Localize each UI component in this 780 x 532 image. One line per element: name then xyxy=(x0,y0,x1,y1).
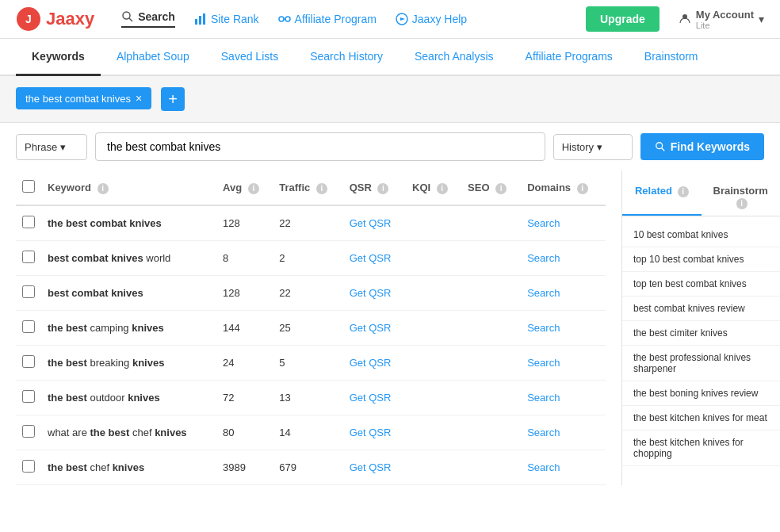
nav-affiliate[interactable]: Affiliate Program xyxy=(278,13,377,25)
table-row: the best breaking knives 24 5 Get QSR Se… xyxy=(16,346,606,381)
related-item-7[interactable]: the best kitchen knives for meat xyxy=(622,406,780,431)
tab-keywords[interactable]: Keywords xyxy=(16,39,101,76)
related-item-6[interactable]: the best boning knives review xyxy=(622,381,780,406)
domains-cell-1[interactable]: Search xyxy=(521,241,606,276)
seo-info-icon[interactable]: i xyxy=(495,183,507,194)
seo-cell-0 xyxy=(461,205,521,241)
traffic-info-icon[interactable]: i xyxy=(316,183,327,194)
keyword-info-icon[interactable]: i xyxy=(98,183,109,194)
domains-cell-6[interactable]: Search xyxy=(521,415,606,450)
table-row: the best camping knives 144 25 Get QSR S… xyxy=(16,311,606,346)
kqi-info-icon[interactable]: i xyxy=(437,183,448,194)
qsr-cell-7[interactable]: Get QSR xyxy=(343,450,406,485)
svg-point-2 xyxy=(123,12,130,19)
related-item-3[interactable]: best combat knives review xyxy=(622,297,780,321)
qsr-cell-4[interactable]: Get QSR xyxy=(343,346,406,381)
domains-info-icon[interactable]: i xyxy=(577,183,588,194)
related-item-0[interactable]: 10 best combat knives xyxy=(622,223,780,247)
upgrade-button[interactable]: Upgrade xyxy=(586,6,660,32)
keyword-cell-7: the best chef knives xyxy=(41,450,216,485)
domains-cell-3[interactable]: Search xyxy=(521,311,606,346)
row-checkbox-5[interactable] xyxy=(22,390,35,403)
svg-point-13 xyxy=(656,143,662,149)
qsr-cell-1[interactable]: Get QSR xyxy=(343,241,406,276)
traffic-cell-1: 2 xyxy=(273,241,342,276)
avg-cell-2: 128 xyxy=(216,276,273,311)
qsr-info-icon[interactable]: i xyxy=(377,183,388,194)
table-row: best combat knives 128 22 Get QSR Search xyxy=(16,276,606,311)
add-tag-button[interactable]: + xyxy=(161,87,185,111)
row-checkbox-3[interactable] xyxy=(22,320,35,333)
table-row: best combat knives world 8 2 Get QSR Sea… xyxy=(16,241,606,276)
tab-brainstorm[interactable]: Brainstorm xyxy=(629,39,714,76)
find-keywords-button[interactable]: Find Keywords xyxy=(640,133,764,160)
keyword-cell-1: best combat knives world xyxy=(41,241,216,276)
keyword-cell-6: what are the best chef knives xyxy=(41,415,216,450)
avg-cell-4: 24 xyxy=(216,346,273,381)
traffic-cell-2: 22 xyxy=(273,276,342,311)
row-checkbox-2[interactable] xyxy=(22,285,35,298)
tab-search-analysis[interactable]: Search Analysis xyxy=(399,39,510,76)
seo-cell-4 xyxy=(461,346,521,381)
domains-cell-7[interactable]: Search xyxy=(521,450,606,485)
panel-tab-brainstorm[interactable]: Brainstorm i xyxy=(702,178,781,216)
kqi-cell-4 xyxy=(406,346,461,381)
row-checkbox-0[interactable] xyxy=(22,216,35,228)
qsr-cell-6[interactable]: Get QSR xyxy=(343,415,406,450)
kqi-cell-2 xyxy=(406,276,461,311)
col-avg: Avg i xyxy=(216,170,273,205)
related-item-8[interactable]: the best kitchen knives for chopping xyxy=(622,431,780,466)
keyword-cell-0: the best combat knives xyxy=(41,205,216,241)
tab-saved-lists[interactable]: Saved Lists xyxy=(205,39,294,76)
domains-cell-5[interactable]: Search xyxy=(521,381,606,415)
related-item-2[interactable]: top ten best combat knives xyxy=(622,272,780,297)
tab-search-history[interactable]: Search History xyxy=(294,39,399,76)
row-checkbox-1[interactable] xyxy=(22,251,35,263)
qsr-cell-5[interactable]: Get QSR xyxy=(343,381,406,415)
keywords-table-area: Keyword i Avg i Traffic i QSR i xyxy=(0,170,621,485)
svg-rect-4 xyxy=(195,19,197,25)
kqi-cell-6 xyxy=(406,415,461,450)
qsr-cell-0[interactable]: Get QSR xyxy=(343,205,406,241)
keyword-search-input[interactable] xyxy=(95,132,545,161)
keyword-cell-3: the best camping knives xyxy=(41,311,216,346)
seo-cell-6 xyxy=(461,415,521,450)
nav-search[interactable]: Search xyxy=(121,10,175,28)
qsr-cell-3[interactable]: Get QSR xyxy=(343,311,406,346)
related-item-4[interactable]: the best cimiter knives xyxy=(622,321,780,346)
table-row: what are the best chef knives 80 14 Get … xyxy=(16,415,606,450)
panel-tab-related[interactable]: Related i xyxy=(622,178,702,216)
select-all-checkbox[interactable] xyxy=(22,180,35,193)
avg-info-icon[interactable]: i xyxy=(248,183,259,194)
tab-alphabet-soup[interactable]: Alphabet Soup xyxy=(101,39,205,76)
seo-cell-3 xyxy=(461,311,521,346)
domains-cell-2[interactable]: Search xyxy=(521,276,606,311)
related-item-1[interactable]: top 10 best combat knives xyxy=(622,247,780,272)
kqi-cell-3 xyxy=(406,311,461,346)
sub-nav: Keywords Alphabet Soup Saved Lists Searc… xyxy=(0,39,780,76)
domains-cell-4[interactable]: Search xyxy=(521,346,606,381)
qsr-cell-2[interactable]: Get QSR xyxy=(343,276,406,311)
my-account[interactable]: My Account Lite ▾ xyxy=(679,9,764,30)
row-checkbox-7[interactable] xyxy=(22,460,35,473)
phrase-dropdown[interactable]: Phrase ▾ xyxy=(16,134,87,160)
keyword-cell-4: the best breaking knives xyxy=(41,346,216,381)
brainstorm-info-icon[interactable]: i xyxy=(736,198,748,209)
logo-text: Jaaxy xyxy=(46,9,94,29)
tag-close-icon[interactable]: × xyxy=(136,92,142,105)
seo-cell-2 xyxy=(461,276,521,311)
related-info-icon[interactable]: i xyxy=(678,186,689,197)
svg-text:J: J xyxy=(25,13,32,25)
traffic-cell-5: 13 xyxy=(273,381,342,415)
related-item-5[interactable]: the best professional knives sharpener xyxy=(622,346,780,381)
row-checkbox-6[interactable] xyxy=(22,425,35,438)
nav-site-rank[interactable]: Site Rank xyxy=(194,13,259,25)
history-dropdown[interactable]: History ▾ xyxy=(553,134,633,160)
svg-marker-11 xyxy=(400,17,405,21)
nav-help[interactable]: Jaaxy Help xyxy=(396,13,467,25)
row-checkbox-4[interactable] xyxy=(22,355,35,368)
tab-affiliate-programs[interactable]: Affiliate Programs xyxy=(510,39,629,76)
domains-cell-0[interactable]: Search xyxy=(521,205,606,241)
svg-point-7 xyxy=(279,17,284,21)
svg-line-3 xyxy=(129,18,132,21)
